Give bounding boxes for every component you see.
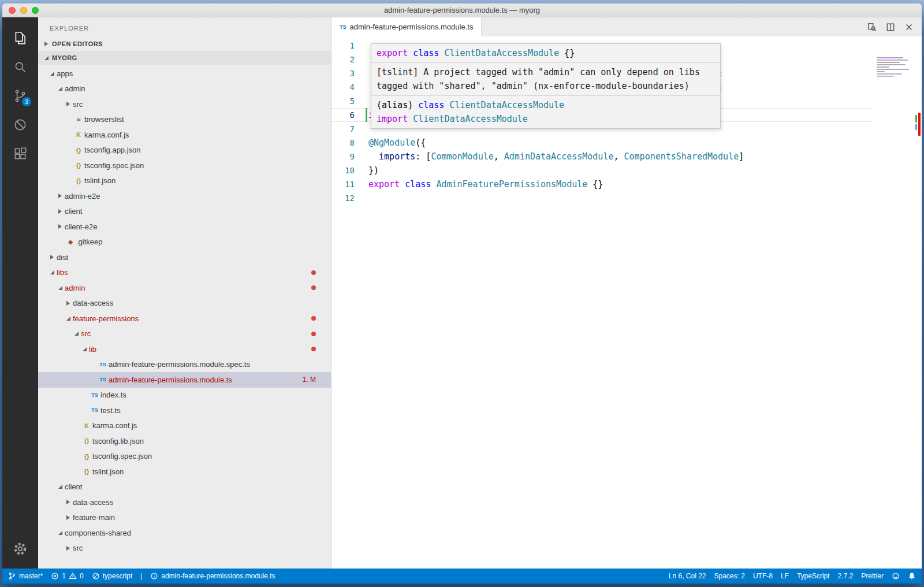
typescript-version-indicator[interactable]: 2.7.2 [838,572,854,580]
zoom-window-button[interactable] [32,7,39,14]
code-line-8[interactable]: 8@NgModule({ [331,136,872,150]
tree-item-test.ts[interactable]: TStest.ts [38,403,331,418]
tree-item-components-shared[interactable]: components-shared [38,525,331,541]
source-control-icon[interactable]: 3 [9,84,32,107]
open-preview-icon[interactable] [867,23,877,32]
overview-ruler[interactable] [915,36,921,569]
tree-item-libs[interactable]: libs [38,265,331,281]
extensions-icon[interactable] [9,142,32,165]
tree-item-label: browserslist [84,115,124,124]
tree-item-tslint.json[interactable]: {}tslint.json [38,464,331,480]
tree-item-label: tslint.json [84,176,116,185]
tree-item-lib[interactable]: lib [38,341,331,357]
tree-item-karma.conf.js[interactable]: Kkarma.conf.js [38,127,331,143]
tree-item-label: tslint.json [92,467,124,476]
code-line-9[interactable]: 9 imports: [CommonModule, AdminDataAcces… [331,150,872,164]
close-window-button[interactable] [9,7,16,14]
workspace-root-section[interactable]: MYORG [38,51,331,65]
eol-indicator[interactable]: LF [781,572,789,580]
tree-item-admin-e2e[interactable]: admin-e2e [38,188,331,204]
line-number[interactable]: 8 [331,136,368,150]
scm-badge: 3 [22,97,31,106]
tree-item-client[interactable]: client [38,480,331,495]
tree-item-label: client [65,207,82,216]
cursor-position-indicator[interactable]: Ln 6, Col 22 [669,572,706,580]
tree-item-index.ts[interactable]: TSindex.ts [38,388,331,403]
tree-item-label: admin-e2e [65,192,100,200]
debug-icon[interactable] [9,113,32,136]
tree-item-src[interactable]: src [38,541,331,556]
tree-item-dist[interactable]: dist [38,250,331,265]
line-number[interactable]: 7 [331,122,368,136]
active-file-indicator[interactable]: admin-feature-permissions.module.ts [150,572,275,580]
twisty-icon [47,72,57,76]
tree-item-tsconfig.lib.json[interactable]: {}tsconfig.lib.json [38,433,331,449]
tree-item-label: admin [65,284,85,292]
tslint-status[interactable]: typescript [92,572,132,580]
tree-item-admin-feature-permissions.module.ts[interactable]: TSadmin-feature-permissions.module.ts1, … [38,372,331,388]
tree-item-.gitkeep[interactable]: ◆.gitkeep [38,235,331,250]
git-file-icon: ◆ [65,239,76,245]
tree-item-tsconfig.app.json[interactable]: {}tsconfig.app.json [38,143,331,158]
tree-item-admin[interactable]: admin [38,81,331,97]
open-editors-section[interactable]: OPEN EDITORS [38,37,331,51]
line-number[interactable]: 4 [331,80,368,94]
tree-item-src[interactable]: src [38,96,331,112]
code-line-10[interactable]: 10}) [331,164,872,177]
line-number[interactable]: 5 [331,94,368,108]
editor-tab[interactable]: TS admin-feature-permissions.module.ts [331,17,482,36]
tree-item-feature-main[interactable]: feature-main [38,510,331,526]
tree-item-data-access[interactable]: data-access [38,495,331,510]
line-number[interactable]: 3 [331,66,368,80]
tree-item-admin[interactable]: admin [38,280,331,296]
ts-file-icon: TS [97,377,109,382]
formatter-indicator[interactable]: Prettier [861,572,884,580]
open-editors-label: OPEN EDITORS [52,40,103,47]
tree-item-src[interactable]: src [38,326,331,342]
code-line-11[interactable]: 11export class AdminFeaturePermissionsMo… [331,177,872,191]
problems-indicator[interactable]: 1 0 [51,572,83,580]
line-number[interactable]: 9 [331,150,368,164]
line-number[interactable]: 11 [331,177,368,191]
twisty-icon [80,347,89,351]
tree-item-client-e2e[interactable]: client-e2e [38,219,331,235]
tree-item-apps[interactable]: apps [38,66,331,81]
file-tree: appsadminsrc≡browserslistKkarma.conf.js{… [38,65,331,556]
language-mode-indicator[interactable]: TypeScript [797,572,830,580]
line-number[interactable]: 10 [331,164,368,177]
minimize-window-button[interactable] [20,7,27,14]
tree-item-browserslist[interactable]: ≡browserslist [38,112,331,128]
settings-gear-icon[interactable] [9,537,32,560]
tree-item-karma.conf.js[interactable]: Kkarma.conf.js [38,418,331,434]
tree-item-tslint.json[interactable]: {}tslint.json [38,173,331,189]
indentation-indicator[interactable]: Spaces: 2 [714,572,745,580]
twisty-icon [55,224,65,229]
tree-item-admin-feature-permissions.module.spec.ts[interactable]: TSadmin-feature-permissions.module.spec.… [38,357,331,373]
tree-item-client[interactable]: client [38,204,331,220]
tree-item-tsconfig.spec.json[interactable]: {}tsconfig.spec.json [38,449,331,465]
code-line-12[interactable]: 12 [331,191,872,205]
line-number[interactable]: 1 [331,39,368,53]
minimap[interactable] [877,57,912,84]
split-editor-icon[interactable] [886,23,895,32]
notifications-bell-icon[interactable] [908,572,916,580]
workspace-root-label: MYORG [52,54,77,61]
git-branch-indicator[interactable]: master* [8,572,43,580]
hover-tooltip: export class ClientDataAccessModule {} [… [371,43,721,129]
braces-file-icon: {} [81,468,92,475]
line-number[interactable]: 6 [331,108,368,122]
line-number[interactable]: 2 [331,53,368,66]
line-number[interactable]: 12 [331,191,368,205]
hover-alias-info: (alias) class ClientDataAccessModuleimpo… [371,95,720,128]
code-area[interactable]: 123 ;4 ';56import { ClientDataAccessModu… [331,36,922,569]
encoding-indicator[interactable]: UTF-8 [753,572,773,580]
tree-item-tsconfig.spec.json[interactable]: {}tsconfig.spec.json [38,158,331,173]
explorer-icon[interactable] [9,27,32,50]
tree-item-label: lib [89,345,96,354]
search-icon[interactable] [9,55,32,79]
tree-item-data-access[interactable]: data-access [38,296,331,311]
tree-item-feature-permissions[interactable]: feature-permissions [38,311,331,326]
close-editor-icon[interactable] [904,23,914,32]
status-bar: master* 1 0 typescript | admin-feature-p… [2,569,922,584]
feedback-smiley-icon[interactable] [892,572,900,580]
